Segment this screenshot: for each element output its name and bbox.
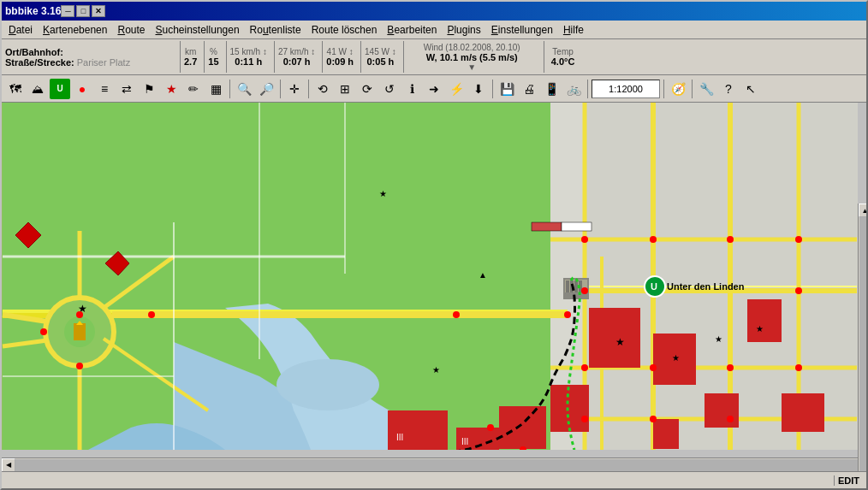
- toolbar-sep-2: [280, 80, 281, 98]
- tb-route4-btn[interactable]: ↺: [379, 79, 400, 99]
- svg-text:★: ★: [672, 353, 680, 363]
- svg-point-76: [795, 287, 802, 294]
- svg-rect-42: [747, 299, 782, 342]
- km-value: 2.7: [184, 56, 197, 67]
- tb-shuffle-btn[interactable]: ⇄: [116, 79, 137, 99]
- minimize-button[interactable]: ─: [61, 5, 74, 17]
- tb-flag-btn[interactable]: ⚑: [139, 79, 159, 99]
- toolbar-sep-1: [229, 80, 230, 98]
- menu-plugins[interactable]: Plugins: [442, 22, 485, 38]
- tb-pattern-btn[interactable]: ▦: [205, 79, 226, 99]
- speed1-box: 15 km/h ↕ 0:11 h: [226, 41, 271, 73]
- location-info: Ort/Bahnhof: Straße/Strecke: Pariser Pla…: [5, 41, 176, 73]
- tb-route1-btn[interactable]: ⟲: [312, 79, 333, 99]
- tb-info-btn[interactable]: ℹ: [401, 79, 422, 99]
- tb-route2-btn[interactable]: ⊞: [335, 79, 355, 99]
- strasse-value: Pariser Platz: [77, 57, 130, 68]
- tb-arrow-btn[interactable]: ➜: [424, 79, 444, 99]
- svg-point-58: [148, 311, 155, 318]
- svg-point-75: [727, 416, 734, 422]
- menu-einstellungen[interactable]: Einstellungen: [486, 22, 558, 38]
- svg-point-70: [650, 364, 657, 371]
- svg-point-61: [40, 328, 47, 335]
- temp-box: Temp 4.0°C: [544, 41, 582, 73]
- tb-help-btn[interactable]: ?: [718, 79, 739, 99]
- tb-zoom-in-btn[interactable]: 🔎: [256, 79, 276, 99]
- close-button[interactable]: ✕: [92, 5, 105, 17]
- svg-point-63: [487, 424, 494, 431]
- menu-route-loeschen[interactable]: Route löschen: [306, 22, 383, 38]
- strasse-label: Straße/Strecke:: [5, 57, 74, 68]
- tb-map-btn[interactable]: 🗺: [5, 79, 26, 99]
- svg-rect-40: [589, 308, 640, 368]
- tb-star-btn[interactable]: ★: [161, 79, 181, 99]
- svg-text:★: ★: [756, 324, 764, 334]
- svg-rect-46: [388, 410, 448, 450]
- map-svg: ★ ★ ★ ★ ★ ▲ ★ ★: [2, 103, 858, 450]
- tb-down-btn[interactable]: ⬇: [468, 79, 489, 99]
- titlebar: bbbike 3.16 ─ □ ✕: [2, 2, 866, 21]
- tb-cursor-btn[interactable]: ↖: [740, 79, 761, 99]
- svg-point-78: [564, 311, 571, 318]
- speed2-box: 27 km/h ↕ 0:07 h: [274, 41, 318, 73]
- speed2-time: 0:07 h: [283, 56, 311, 67]
- menu-hilfe[interactable]: Hilfe: [558, 22, 589, 38]
- percent-value: 15: [208, 56, 218, 67]
- map-container[interactable]: ★ ★ ★ ★ ★ ▲ ★ ★: [2, 103, 858, 450]
- temp-label: Temp: [552, 47, 573, 56]
- tb-print-btn[interactable]: 🖨: [519, 79, 539, 99]
- scroll-left-btn[interactable]: ◀: [2, 458, 15, 472]
- svg-text:★: ★: [379, 189, 387, 198]
- wind-box: Wind (18.02.2008, 20.10) W, 10.1 m/s (5.…: [403, 41, 540, 73]
- svg-point-72: [795, 364, 802, 371]
- right-scrollbar[interactable]: ▲ ▼: [858, 204, 866, 471]
- km-box: km 2.7: [180, 41, 200, 73]
- edit-label: EDIT: [834, 475, 863, 486]
- tb-bike-btn[interactable]: 🚲: [563, 79, 584, 99]
- tb-list-btn[interactable]: ≡: [94, 79, 115, 99]
- maximize-button[interactable]: □: [76, 5, 90, 17]
- power2-box: 145 W ↕ 0:05 h: [360, 41, 400, 73]
- tb-lightning-btn[interactable]: ⚡: [446, 79, 467, 99]
- tb-red-btn[interactable]: ●: [72, 79, 92, 99]
- menu-kartenebenen[interactable]: Kartenebenen: [38, 22, 112, 38]
- ort-label: Ort/Bahnhof:: [5, 47, 63, 57]
- svg-point-68: [795, 236, 802, 243]
- menu-sucheinstellungen[interactable]: Sucheinstellungen: [150, 22, 244, 38]
- tb-mobile-btn[interactable]: 📱: [541, 79, 562, 99]
- tb-tools-btn[interactable]: 🔧: [696, 79, 716, 99]
- toolbar-sep-3: [308, 80, 309, 98]
- tb-route3-btn[interactable]: ⟳: [357, 79, 378, 99]
- toolbar: 🗺 ⛰ U ● ≡ ⇄ ⚑ ★ ✏ ▦ 🔍 🔎 ✛ ⟲ ⊞ ⟳ ↺ ℹ ➜ ⚡ …: [2, 75, 866, 103]
- svg-text:★: ★: [432, 365, 440, 375]
- menu-bearbeiten[interactable]: Bearbeiten: [382, 22, 442, 38]
- bottom-scrollbar[interactable]: ◀ ▶: [2, 458, 866, 471]
- scroll-track-v[interactable]: [859, 217, 867, 471]
- statusbar: EDIT: [2, 471, 866, 488]
- svg-text:Unter den Linden: Unter den Linden: [667, 281, 745, 292]
- wind-value: W, 10.1 m/s (5.5 m/s): [426, 52, 518, 62]
- percent-box: % 15: [204, 41, 222, 73]
- km-label: km: [185, 47, 196, 56]
- temp-value: 4.0°C: [551, 56, 575, 67]
- tb-zoom-out-btn[interactable]: 🔍: [234, 79, 254, 99]
- scroll-up-btn[interactable]: ▲: [859, 204, 867, 217]
- tb-edit-btn[interactable]: ✏: [183, 79, 204, 99]
- menu-routenliste[interactable]: Routenliste: [245, 22, 306, 38]
- menu-datei[interactable]: Datei: [3, 22, 38, 38]
- toolbar-sep-4: [492, 80, 493, 98]
- main-area: ★ ★ ★ ★ ★ ▲ ★ ★: [2, 103, 866, 471]
- tb-compass-btn[interactable]: 🧭: [668, 79, 688, 99]
- tb-terrain-btn[interactable]: ⛰: [27, 79, 48, 99]
- tb-ubahn-btn[interactable]: U: [50, 79, 70, 99]
- map-row: ★ ★ ★ ★ ★ ▲ ★ ★: [2, 103, 866, 458]
- svg-point-73: [581, 416, 588, 422]
- svg-text:U: U: [651, 281, 657, 292]
- menu-route[interactable]: Route: [112, 22, 150, 38]
- svg-rect-90: [562, 222, 592, 231]
- zoom-input[interactable]: 1:12000: [592, 80, 660, 98]
- tb-crosshair-btn[interactable]: ✛: [284, 79, 305, 99]
- tb-save-btn[interactable]: 💾: [496, 79, 517, 99]
- scroll-track-h[interactable]: [15, 459, 858, 471]
- svg-rect-27: [74, 323, 86, 340]
